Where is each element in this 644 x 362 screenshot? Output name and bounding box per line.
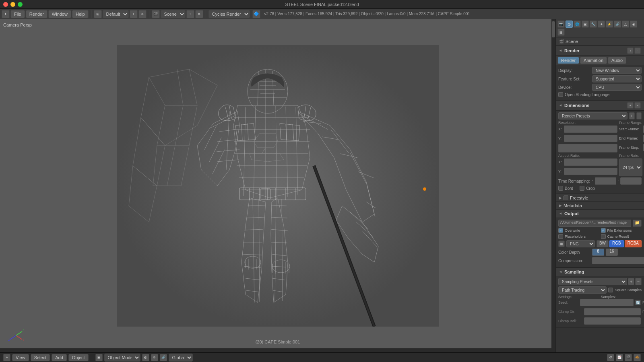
render-engine-select[interactable]: Cycles Render	[208, 10, 250, 18]
remove-scene-icon[interactable]: ✕	[195, 10, 203, 18]
clamp-dir-input[interactable]: 0.00	[584, 308, 641, 315]
osl-checkbox[interactable]	[558, 92, 563, 97]
dimensions-section-header[interactable]: ▼ Dimensions + −	[556, 101, 644, 111]
viewport[interactable]: Camera Persp	[0, 19, 555, 352]
menu-render[interactable]: Render	[26, 10, 47, 18]
transform-space-select[interactable]: Global	[169, 354, 193, 362]
icon-particles[interactable]: ✦	[598, 21, 605, 28]
menu-help[interactable]: Help	[72, 10, 89, 18]
bord-checkbox[interactable]	[558, 186, 563, 191]
render-section-minus[interactable]: −	[634, 47, 641, 54]
device-select[interactable]: CPU	[592, 84, 642, 91]
graph-icon[interactable]: 📈	[616, 354, 623, 361]
feature-set-select[interactable]: Supported	[592, 75, 642, 82]
scene-select[interactable]: Scene	[161, 10, 186, 18]
mode-select[interactable]: Object Mode	[104, 354, 140, 362]
menu-window[interactable]: Window	[48, 10, 71, 18]
placeholders-checkbox[interactable]	[558, 234, 563, 239]
aspect-y-input[interactable]: 1.000	[564, 168, 617, 175]
screen-layout-icon[interactable]: ⊞	[94, 10, 102, 18]
res-x-input[interactable]: 3600 px	[564, 125, 617, 133]
time-remap-old[interactable]: 100	[595, 177, 616, 185]
bw-btn[interactable]: BW	[597, 240, 609, 247]
compression-value[interactable]: 15%	[592, 257, 644, 264]
crop-checkbox[interactable]	[580, 186, 584, 191]
dimensions-add[interactable]: +	[627, 102, 634, 109]
remove-screen-icon[interactable]: ✕	[138, 10, 147, 18]
render-section-add[interactable]: +	[627, 47, 634, 54]
presets-add-btn[interactable]: +	[629, 112, 635, 119]
icon-physics[interactable]: ⚡	[606, 21, 613, 28]
presets-minus-btn[interactable]: −	[636, 112, 642, 119]
pivot-icon[interactable]: ⊙	[151, 354, 158, 361]
workspace-select[interactable]: Default	[103, 10, 129, 18]
menu-file[interactable]: File	[10, 10, 25, 18]
sampling-section-header[interactable]: ▼ Sampling	[556, 268, 644, 276]
output-section-header[interactable]: ▼ Output	[556, 210, 644, 218]
clamp-indi-input[interactable]: 3.00	[584, 317, 641, 325]
tab-audio[interactable]: Audio	[608, 57, 626, 64]
frame-rate-select[interactable]: 24 fps	[619, 158, 642, 176]
icon-material[interactable]: ◉	[630, 21, 637, 28]
tab-render[interactable]: Render	[557, 57, 579, 64]
metadata-section[interactable]: ▶ Metadata	[556, 202, 644, 210]
color-depth-16[interactable]: 16	[606, 249, 618, 256]
sampling-presets-select[interactable]: Sampling Presets	[558, 278, 627, 285]
viewport-hscrollbar[interactable]	[0, 348, 551, 352]
scene-icon[interactable]: 🎬	[152, 10, 160, 18]
aspect-x-input[interactable]: 1.000	[564, 158, 617, 166]
icon-data[interactable]: △	[622, 21, 629, 28]
viewport-scrollbar[interactable]	[551, 19, 555, 352]
status-icon-left[interactable]: ✦	[3, 354, 10, 361]
scrollbar-thumb[interactable]	[552, 21, 555, 37]
mode-icon[interactable]: ▣	[95, 354, 103, 361]
file-ext-checkbox[interactable]	[601, 228, 606, 233]
rgb-btn[interactable]: RGB	[609, 240, 624, 247]
format-select[interactable]: PNG	[566, 240, 595, 247]
color-depth-8[interactable]: 8	[592, 249, 604, 256]
square-samples-checkbox[interactable]	[608, 288, 613, 292]
rgba-btn[interactable]: RGBA	[625, 240, 642, 247]
render-icon[interactable]: 🎬	[625, 354, 632, 361]
object-menu[interactable]: Object	[68, 354, 89, 361]
maximize-button[interactable]	[18, 2, 23, 7]
close-button[interactable]	[3, 2, 8, 7]
cache-result-checkbox[interactable]	[601, 234, 606, 239]
select-menu[interactable]: Select	[31, 354, 50, 361]
render-presets-select[interactable]: Render Presets	[558, 112, 627, 119]
path-tracing-select[interactable]: Path Tracing	[558, 286, 607, 294]
icon-texture[interactable]: ▦	[557, 29, 565, 36]
viewport-shading-icon[interactable]: ◐	[142, 354, 149, 361]
seed-input[interactable]: 15043	[580, 299, 634, 306]
res-y-input[interactable]: 2700 px	[564, 135, 617, 142]
icon-object[interactable]: ▣	[582, 21, 589, 28]
res-percent-input[interactable]: 100%	[558, 144, 617, 152]
icon-constraints[interactable]: 🔗	[614, 21, 621, 28]
snap-icon[interactable]: 🔗	[160, 354, 167, 361]
overwrite-checkbox[interactable]	[558, 228, 563, 233]
timeline-icon[interactable]: ⏱	[607, 354, 614, 361]
sampling-presets-minus[interactable]: −	[635, 278, 642, 285]
freestyle-checkbox[interactable]	[564, 195, 568, 200]
freestyle-section[interactable]: ▶ Freestyle	[556, 194, 644, 202]
icon-world[interactable]: 🌐	[574, 21, 581, 28]
add-screen-icon[interactable]: +	[130, 10, 138, 18]
sampling-presets-add[interactable]: +	[628, 278, 634, 285]
time-remap-new[interactable]: 100	[620, 177, 642, 185]
blender-logo[interactable]: ✦	[2, 10, 10, 18]
output-path[interactable]: /Volumes/Rescuer4/... renders/test image	[558, 220, 631, 227]
display-select[interactable]: New Window	[592, 67, 642, 74]
add-menu[interactable]: Add	[52, 354, 67, 361]
icon-camera[interactable]: 📷	[557, 21, 565, 28]
icon-modifier[interactable]: 🔧	[590, 21, 597, 28]
dimensions-minus[interactable]: −	[634, 102, 641, 109]
view-menu[interactable]: View	[12, 354, 29, 361]
add-scene-icon[interactable]: +	[186, 10, 194, 18]
seed-random-btn[interactable]: 🔄	[635, 300, 641, 305]
output-browse-btn[interactable]: 📁	[633, 220, 642, 227]
tab-animation[interactable]: Animation	[580, 57, 607, 64]
compositor-icon[interactable]: 🔆	[634, 354, 641, 361]
icon-render-settings[interactable]: ⊙	[566, 21, 573, 28]
minimize-button[interactable]	[10, 2, 15, 7]
render-section-header[interactable]: ▼ Render + −	[556, 46, 644, 56]
